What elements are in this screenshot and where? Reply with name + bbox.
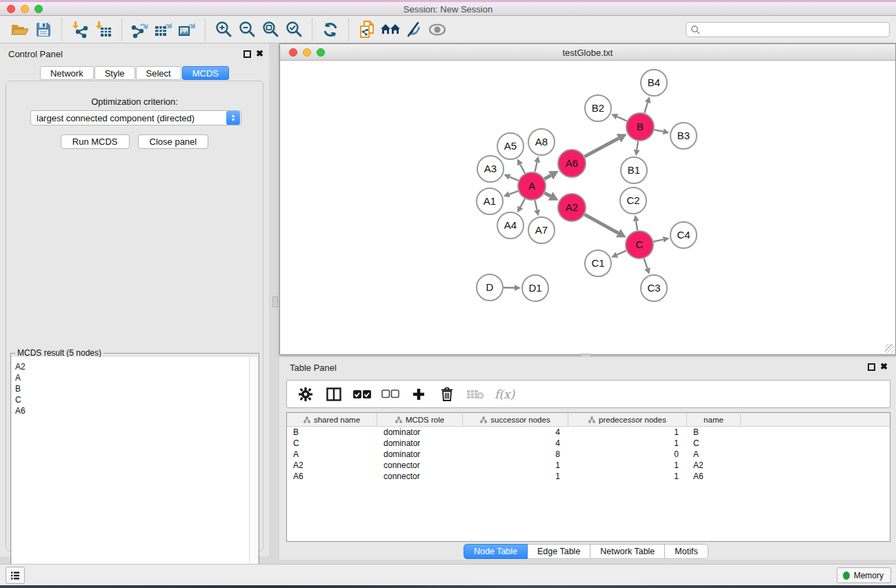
column-header[interactable]: predecessor nodes xyxy=(568,413,687,427)
table-cell: A6 xyxy=(687,471,741,482)
float-table-panel-icon[interactable] xyxy=(868,363,875,371)
tab-network[interactable]: Network xyxy=(40,66,94,80)
mcds-result-item[interactable]: A6 xyxy=(15,405,249,416)
column-header[interactable]: successor nodes xyxy=(463,413,568,427)
zoom-in-button[interactable] xyxy=(212,18,235,41)
table-row[interactable]: Adominator80A xyxy=(287,449,890,460)
graph-edge[interactable] xyxy=(636,221,637,230)
table-toolbar: f(x) xyxy=(286,380,890,408)
toolbar-separator xyxy=(348,19,349,41)
node-label: C4 xyxy=(677,229,690,241)
run-mcds-button[interactable]: Run MCDS xyxy=(61,134,130,149)
network-graph[interactable]: B4B2BB3A8A5A6A3B1AC2A1A2A4A7C4CC1C3DD1 xyxy=(280,61,895,354)
tab-edge-table[interactable]: Edge Table xyxy=(528,544,590,559)
table-panel: Table Panel ✖ xyxy=(279,357,896,560)
show-hide-details-button[interactable] xyxy=(426,18,449,41)
mcds-result-item[interactable]: A xyxy=(15,372,249,383)
table-cell: 1 xyxy=(568,427,687,438)
edge-arrowhead xyxy=(633,215,639,222)
tab-node-table[interactable]: Node Table xyxy=(464,544,528,559)
export-image-button[interactable] xyxy=(175,18,199,41)
graph-edge[interactable] xyxy=(617,251,626,255)
resize-grip-icon[interactable] xyxy=(885,344,894,353)
node-label: D1 xyxy=(528,282,541,294)
clone-network-button[interactable] xyxy=(355,18,379,41)
mcds-result-item[interactable]: B xyxy=(15,383,249,394)
graph-edge[interactable] xyxy=(520,164,525,173)
node-label: B2 xyxy=(592,102,604,114)
graph-edge[interactable] xyxy=(637,141,638,150)
graph-edge[interactable] xyxy=(584,214,618,233)
graph-edge[interactable] xyxy=(545,193,551,196)
graph-edge[interactable] xyxy=(617,116,626,121)
task-history-button[interactable] xyxy=(6,567,25,584)
mcds-result-list[interactable]: A2ABCA6 xyxy=(12,357,249,585)
table-cell: C xyxy=(287,438,377,449)
open-session-button[interactable] xyxy=(8,18,32,41)
attribute-tree-icon xyxy=(480,416,487,423)
graph-edge[interactable] xyxy=(535,162,537,172)
import-network-button[interactable] xyxy=(68,18,92,41)
graph-edge[interactable] xyxy=(655,130,664,132)
close-table-panel-icon[interactable]: ✖ xyxy=(880,361,888,372)
home-button[interactable] xyxy=(379,18,402,41)
memory-button[interactable]: Memory xyxy=(837,567,891,583)
graphics-details-button[interactable] xyxy=(402,18,426,41)
delete-column-button[interactable] xyxy=(435,383,459,406)
node-label: A1 xyxy=(484,195,496,207)
export-table-button[interactable] xyxy=(152,18,175,41)
node-label: A8 xyxy=(535,136,548,148)
save-session-button[interactable] xyxy=(32,18,55,41)
tab-style[interactable]: Style xyxy=(94,66,135,80)
tab-motifs[interactable]: Motifs xyxy=(665,544,708,559)
add-column-button[interactable] xyxy=(407,383,430,406)
list-icon xyxy=(10,571,20,580)
attribute-tree-icon xyxy=(395,416,402,423)
criterion-select[interactable]: largest connected component (directed) ▲… xyxy=(30,110,241,125)
column-header[interactable]: MCDS role xyxy=(377,413,463,427)
result-scrollbar[interactable] xyxy=(249,357,258,585)
graph-edge[interactable] xyxy=(510,177,519,181)
search-input[interactable] xyxy=(700,23,889,36)
graph-edge[interactable] xyxy=(520,199,525,207)
edge-arrowhead xyxy=(515,285,521,291)
close-panel-icon[interactable]: ✖ xyxy=(256,48,263,59)
column-header[interactable]: shared name xyxy=(287,413,377,427)
graph-edge[interactable] xyxy=(644,258,648,269)
import-table-button[interactable] xyxy=(92,18,115,41)
graph-edge[interactable] xyxy=(544,175,550,179)
node-label: A3 xyxy=(484,163,497,174)
tab-mcds[interactable]: MCDS xyxy=(182,66,229,80)
export-network-button[interactable] xyxy=(128,18,152,41)
graph-edge[interactable] xyxy=(644,103,648,113)
float-panel-icon[interactable] xyxy=(243,50,251,58)
graph-edge[interactable] xyxy=(535,201,537,210)
column-header[interactable]: name xyxy=(687,413,741,427)
mcds-result-item[interactable]: C xyxy=(15,394,249,405)
graph-edge[interactable] xyxy=(585,139,619,157)
zoom-selected-button[interactable] xyxy=(282,18,306,41)
delete-table-button[interactable] xyxy=(464,383,487,406)
vertical-splitter-grip[interactable] xyxy=(272,296,278,307)
mcds-result-item[interactable]: A2 xyxy=(15,361,249,372)
deselect-all-button[interactable] xyxy=(379,383,402,406)
table-options-button[interactable] xyxy=(294,383,317,406)
zoom-fit-button[interactable] xyxy=(259,18,282,41)
table-row[interactable]: A6connector11A6 xyxy=(287,471,890,482)
table-row[interactable]: Cdominator41C xyxy=(287,438,890,449)
node-label: C3 xyxy=(647,282,660,294)
table-row[interactable]: Bdominator41B xyxy=(287,427,890,438)
graph-edge[interactable] xyxy=(509,191,518,194)
table-row[interactable]: A2connector11A2 xyxy=(287,460,890,471)
close-panel-button[interactable]: Close panel xyxy=(138,134,209,149)
select-all-button[interactable] xyxy=(350,383,374,406)
network-canvas[interactable]: B4B2BB3A8A5A6A3B1AC2A1A2A4A7C4CC1C3DD1 xyxy=(280,61,895,354)
refresh-layout-button[interactable] xyxy=(319,18,342,41)
tab-network-table[interactable]: Network Table xyxy=(590,544,665,559)
zoom-out-button[interactable] xyxy=(235,18,259,41)
node-table[interactable]: shared nameMCDS rolesuccessor nodesprede… xyxy=(286,412,890,542)
tab-select[interactable]: Select xyxy=(136,66,181,80)
column-layout-button[interactable] xyxy=(322,383,346,406)
function-builder-icon[interactable]: f(x) xyxy=(495,387,515,401)
graph-edge[interactable] xyxy=(654,239,664,241)
